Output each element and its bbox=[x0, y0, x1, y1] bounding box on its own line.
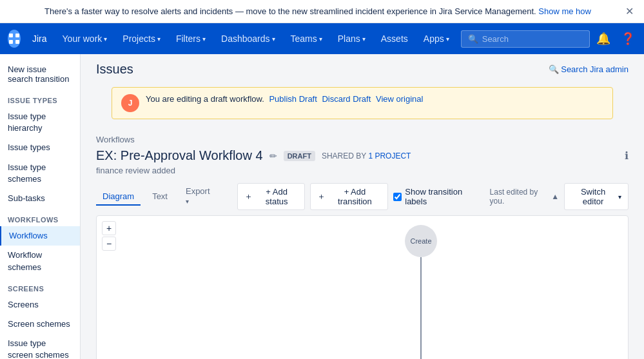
nav-teams[interactable]: Teams▾ bbox=[284, 31, 329, 46]
tab-export[interactable]: Export ▾ bbox=[179, 183, 220, 210]
notifications-icon[interactable]: 🔔 bbox=[592, 28, 614, 50]
sidebar-item-screens[interactable]: Screens bbox=[0, 295, 80, 315]
discard-draft-link[interactable]: Discard Draft bbox=[322, 94, 371, 104]
shared-badge: SHARED BY 1 PROJECT bbox=[322, 151, 411, 160]
add-status-button[interactable]: ＋ + Add status bbox=[237, 183, 305, 210]
workflow-edit-icon[interactable]: ✏ bbox=[269, 151, 277, 161]
view-original-link[interactable]: View original bbox=[376, 94, 423, 104]
sidebar-item-issue-type-schemes[interactable]: Issue type schemes bbox=[0, 158, 80, 189]
sidebar: New issue search transition Issue Types … bbox=[0, 54, 81, 359]
sidebar-item-issue-type-screen-schemes[interactable]: Issue type screen schemes bbox=[0, 334, 80, 359]
svg-rect-1 bbox=[15, 34, 19, 37]
page-header: Issues 🔍 Search Jira admin bbox=[81, 54, 644, 77]
nav-apps[interactable]: Apps▾ bbox=[417, 31, 456, 46]
draft-badge: DRAFT bbox=[284, 151, 315, 161]
workflow-subtitle: finance review added bbox=[96, 166, 629, 175]
add-transition-icon: ＋ bbox=[317, 191, 326, 202]
nav-assets[interactable]: Assets bbox=[375, 31, 415, 46]
show-labels-checkbox[interactable]: Show transition labels bbox=[393, 187, 479, 206]
search-jira-admin-link[interactable]: 🔍 Search Jira admin bbox=[549, 64, 629, 74]
show-labels-input[interactable] bbox=[393, 193, 402, 201]
search-input[interactable] bbox=[482, 34, 583, 44]
switch-editor-button[interactable]: Switch editor ▾ bbox=[564, 183, 629, 210]
svg-rect-2 bbox=[9, 40, 13, 44]
sidebar-section-issue-types: Issue Types bbox=[0, 89, 80, 107]
jira-home-link[interactable]: Jira bbox=[26, 31, 54, 46]
toolbar: Diagram Text Export ▾ ＋ + Add status ＋ +… bbox=[96, 183, 629, 210]
search-icon: 🔍 bbox=[468, 34, 478, 44]
workflow-canvas: + − bbox=[96, 215, 629, 359]
last-edited-text: Last edited by you. ▲ bbox=[490, 188, 560, 206]
zoom-out-button[interactable]: − bbox=[102, 237, 116, 251]
help-icon[interactable]: ❓ bbox=[617, 28, 639, 50]
sidebar-new-issue-search[interactable]: New issue search transition bbox=[0, 59, 80, 89]
notification-text: You are editing a draft workflow. Publis… bbox=[146, 94, 603, 104]
sidebar-item-workflows[interactable]: Workflows bbox=[0, 226, 80, 246]
nav-your-work[interactable]: Your work▾ bbox=[56, 31, 114, 46]
zoom-in-button[interactable]: + bbox=[102, 221, 116, 235]
workflow-arrows-svg bbox=[97, 216, 628, 359]
workflow-breadcrumb: Workflows bbox=[96, 135, 629, 144]
wf-node-create[interactable]: Create bbox=[405, 225, 437, 257]
workflow-title: EX: Pre-Approval Workflow 4 bbox=[96, 148, 263, 163]
sidebar-item-screen-schemes[interactable]: Screen schemes bbox=[0, 315, 80, 334]
publish-draft-link[interactable]: Publish Draft bbox=[269, 94, 317, 104]
search-bar[interactable]: 🔍 bbox=[461, 30, 590, 48]
workflow-info-icon[interactable]: ℹ bbox=[625, 150, 629, 162]
banner-text: There's a faster way to resolve alerts a… bbox=[10, 6, 625, 16]
notification-avatar: J bbox=[121, 94, 139, 112]
add-transition-button[interactable]: ＋ + Add transition bbox=[310, 183, 389, 210]
settings-icon[interactable]: ⚙ bbox=[641, 28, 644, 50]
add-status-icon: ＋ bbox=[244, 191, 253, 202]
workflow-title-row: EX: Pre-Approval Workflow 4 ✏ DRAFT SHAR… bbox=[96, 148, 629, 163]
navbar: Jira Your work▾ Projects▾ Filters▾ Dashb… bbox=[0, 23, 644, 54]
tab-diagram[interactable]: Diagram bbox=[96, 188, 141, 206]
chevron-down-icon: ▾ bbox=[618, 193, 621, 200]
sidebar-item-issue-type-hierarchy[interactable]: Issue type hierarchy bbox=[0, 107, 80, 138]
nav-projects[interactable]: Projects▾ bbox=[116, 31, 167, 46]
nav-plans[interactable]: Plans▾ bbox=[331, 31, 372, 46]
page-title: Issues bbox=[96, 62, 133, 77]
app-logo[interactable] bbox=[8, 30, 21, 48]
sidebar-item-workflow-schemes[interactable]: Workflow schemes bbox=[0, 246, 80, 277]
project-link[interactable]: 1 PROJECT bbox=[368, 151, 411, 160]
svg-rect-3 bbox=[15, 40, 19, 44]
sidebar-item-issue-types[interactable]: Issue types bbox=[0, 138, 80, 157]
banner-link[interactable]: Show me how bbox=[538, 6, 591, 16]
nav-dashboards[interactable]: Dashboards▾ bbox=[215, 31, 282, 46]
sidebar-section-screens: Screens bbox=[0, 277, 80, 295]
canvas-zoom-controls: + − bbox=[102, 221, 116, 251]
nav-filters[interactable]: Filters▾ bbox=[170, 31, 212, 46]
banner-close-button[interactable]: ✕ bbox=[625, 5, 634, 17]
chevron-up-icon[interactable]: ▲ bbox=[551, 192, 559, 201]
alert-banner: There's a faster way to resolve alerts a… bbox=[0, 0, 644, 23]
workflow-area: Workflows EX: Pre-Approval Workflow 4 ✏ … bbox=[81, 135, 644, 359]
main-content: Issues 🔍 Search Jira admin J You are edi… bbox=[81, 54, 644, 359]
sidebar-section-workflows: Workflows bbox=[0, 208, 80, 226]
notification-banner: J You are editing a draft workflow. Publ… bbox=[112, 87, 613, 119]
svg-rect-0 bbox=[9, 34, 13, 37]
tab-text[interactable]: Text bbox=[146, 188, 174, 206]
sidebar-item-sub-tasks[interactable]: Sub-tasks bbox=[0, 189, 80, 208]
